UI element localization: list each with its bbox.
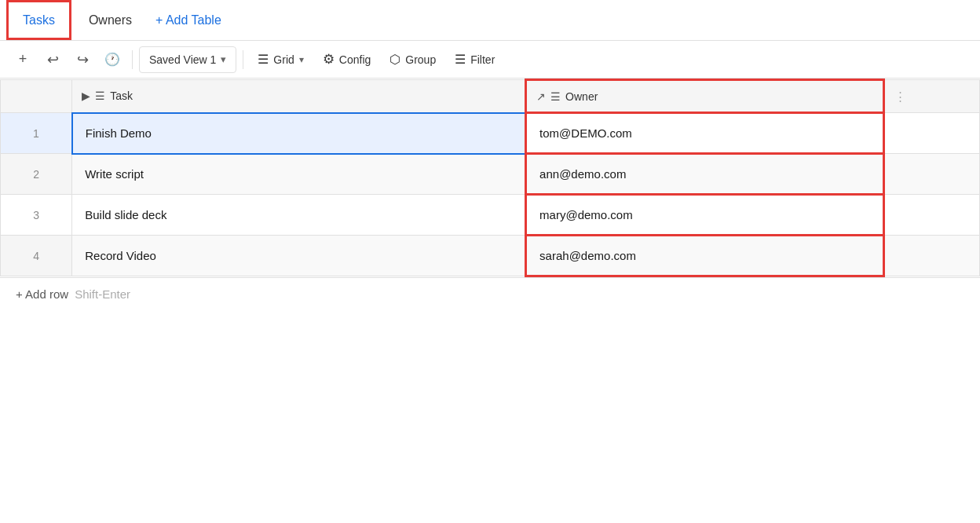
task-cell[interactable]: Finish Demo [72, 113, 526, 154]
task-cell[interactable]: Write script [72, 154, 526, 195]
task-column-header[interactable]: ▶ ☰ Task [72, 80, 526, 113]
group-label: Group [405, 53, 436, 66]
task-col-arrow-icon: ▶ [82, 90, 90, 102]
extra-cell [884, 195, 980, 236]
filter-icon: ☰ [455, 52, 466, 67]
extra-cell [884, 113, 980, 154]
owner-col-sort-icon: ↗ [536, 90, 546, 103]
config-label: Config [339, 53, 371, 66]
add-table-button[interactable]: + Add Table [146, 13, 231, 27]
toolbar: + ↩ ↪ 🕐 Saved View 1 ▾ ☰ Grid ▾ ⚙ Config… [0, 41, 980, 79]
table-row[interactable]: 2Write scriptann@demo.com [1, 154, 980, 195]
data-table: ▶ ☰ Task ↗ ☰ Owner ⋮ [0, 79, 980, 277]
owner-col-label: Owner [565, 90, 598, 103]
table-row[interactable]: 1Finish Demotom@DEMO.com [1, 113, 980, 154]
extra-col-header: ⋮ [884, 80, 980, 113]
task-col-list-icon: ☰ [95, 90, 105, 102]
owner-cell[interactable]: ann@demo.com [526, 154, 884, 195]
row-number: 2 [1, 154, 72, 195]
row-number: 4 [1, 236, 72, 276]
filter-button[interactable]: ☰ Filter [447, 46, 503, 73]
undo-icon: ↩ [47, 51, 59, 68]
extra-cell [884, 154, 980, 195]
task-col-label: Task [110, 90, 133, 102]
group-button[interactable]: ⬡ Group [382, 46, 444, 73]
row-number: 1 [1, 113, 72, 154]
add-button[interactable]: + [9, 46, 36, 73]
add-row-label: + Add row [16, 287, 68, 301]
extra-cell [884, 236, 980, 276]
owner-cell[interactable]: mary@demo.com [526, 195, 884, 236]
dropdown-icon: ▾ [221, 53, 226, 65]
table-row[interactable]: 3Build slide deckmary@demo.com [1, 195, 980, 236]
task-cell[interactable]: Build slide deck [72, 195, 526, 236]
toolbar-divider [132, 50, 133, 69]
add-row-shortcut: Shift-Enter [75, 287, 130, 301]
extra-col-icon: ⋮ [894, 90, 906, 104]
filter-label: Filter [470, 53, 495, 66]
grid-dropdown-icon: ▾ [299, 54, 304, 65]
tab-bar: Tasks Owners + Add Table [0, 0, 980, 41]
row-num-header [1, 80, 72, 113]
row-number: 3 [1, 195, 72, 236]
saved-view-button[interactable]: Saved View 1 ▾ [139, 46, 236, 73]
undo-button[interactable]: ↩ [39, 46, 66, 73]
grid-icon: ☰ [258, 52, 269, 67]
saved-view-label: Saved View 1 [149, 53, 216, 66]
history-button[interactable]: 🕐 [99, 46, 126, 73]
owner-column-header[interactable]: ↗ ☰ Owner [526, 80, 884, 113]
add-icon: + [19, 51, 27, 68]
owner-col-list-icon: ☰ [550, 90, 561, 103]
history-icon: 🕐 [104, 52, 120, 67]
add-table-label: + Add Table [155, 13, 221, 27]
table-row[interactable]: 4Record Videosarah@demo.com [1, 236, 980, 276]
toolbar-divider-2 [243, 50, 243, 69]
tab-tasks-label: Tasks [23, 13, 55, 27]
grid-button[interactable]: ☰ Grid ▾ [250, 46, 311, 73]
task-cell[interactable]: Record Video [72, 236, 526, 276]
grid-container: ▶ ☰ Task ↗ ☰ Owner ⋮ [0, 79, 980, 310]
config-icon: ⚙ [323, 51, 335, 68]
redo-icon: ↪ [77, 51, 89, 68]
add-row-button[interactable]: + Add row Shift-Enter [0, 277, 980, 310]
owner-cell[interactable]: tom@DEMO.com [526, 113, 884, 154]
config-button[interactable]: ⚙ Config [315, 46, 378, 73]
tab-owners-label: Owners [89, 13, 132, 27]
redo-button[interactable]: ↪ [69, 46, 96, 73]
owner-cell[interactable]: sarah@demo.com [526, 236, 884, 276]
tab-owners[interactable]: Owners [75, 0, 146, 40]
group-icon: ⬡ [389, 52, 400, 67]
tab-tasks[interactable]: Tasks [6, 0, 71, 40]
grid-label: Grid [273, 53, 294, 66]
